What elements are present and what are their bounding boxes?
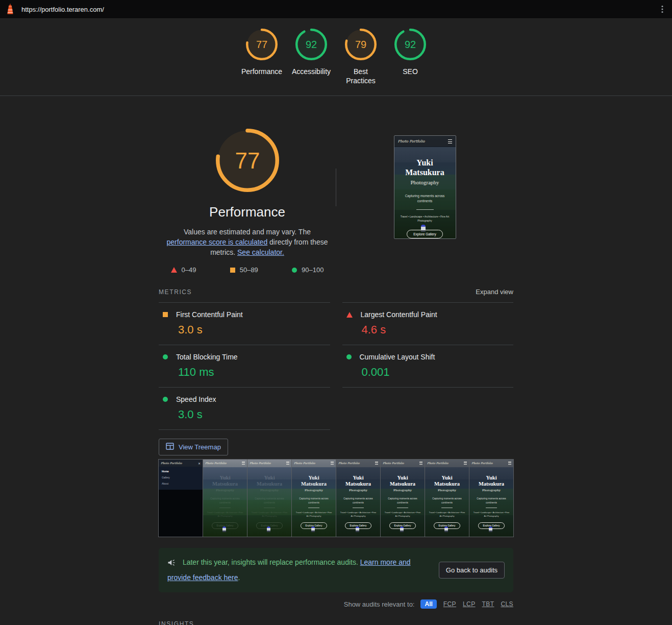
metric-value: 4.6 s (362, 323, 514, 336)
mini-nav-menu: HomeGalleryAbout (159, 467, 203, 490)
metric-label: Total Blocking Time (176, 353, 238, 361)
score-gauge: 92 (394, 29, 426, 60)
filmstrip-frame-5: Photo PortfolioYuki MatsukuraPhotography… (336, 460, 380, 537)
audit-filter-fcp[interactable]: FCP (443, 600, 456, 608)
metric-first-contentful-paint: First Contentful Paint3.0 s (159, 302, 330, 345)
legend-range: 90–100 (302, 266, 323, 274)
lighthouse-logo-icon (5, 3, 16, 16)
svg-text:77: 77 (235, 148, 260, 173)
filmstrip-frame-1: Photo Portfolio✕HomeGalleryAbout (159, 460, 203, 537)
score-calculated-link[interactable]: performance score is calculated (167, 238, 268, 246)
average-icon (230, 268, 235, 273)
category-gauge-performance[interactable]: 77Performance (237, 29, 287, 76)
mini-page-hero: Yuki MatsukuraPhotographyCapturing momen… (469, 460, 513, 537)
mini-page-divider (416, 209, 434, 210)
mini-page-tags: Travel • Landscape • Architecture • Fine… (400, 214, 451, 223)
score-description-text: Values are estimated and may vary. The (184, 228, 311, 236)
metrics-column: First Contentful Paint3.0 sTotal Blockin… (159, 302, 330, 430)
score-summary-band: 77Performance92Accessibility79Best Pract… (0, 19, 672, 96)
legend-range: 50–89 (240, 266, 258, 274)
view-treemap-button[interactable]: View Treemap (159, 439, 228, 455)
pass-icon (163, 397, 168, 402)
metric-value: 0.001 (362, 366, 514, 379)
fail-icon (171, 267, 177, 273)
metric-label: Largest Contentful Paint (361, 310, 437, 319)
loading-filmstrip: Photo Portfolio✕HomeGalleryAboutPhoto Po… (159, 460, 513, 537)
view-treemap-label: View Treemap (179, 443, 221, 451)
mini-page-cta: Explore Gallery (407, 230, 442, 238)
metrics-grid: First Contentful Paint3.0 sTotal Blockin… (159, 302, 513, 430)
legend-item-fail: 0–49 (171, 266, 196, 274)
score-range-legend: 0–4950–8990–100 (171, 266, 324, 274)
legend-range: 0–49 (182, 266, 196, 274)
filmstrip-frame-2: Photo PortfolioYuki MatsukuraPhotography… (203, 460, 247, 537)
category-gauges: 77Performance92Accessibility79Best Pract… (0, 29, 672, 85)
kebab-menu-icon[interactable] (658, 5, 667, 14)
insights-heading: INSIGHTS (159, 620, 513, 625)
score-gauge: 92 (295, 29, 327, 60)
performance-score-section: 77 Performance Values are estimated and … (159, 96, 336, 274)
audit-filter-lcp[interactable]: LCP (463, 600, 476, 608)
banner-message-suffix: . (238, 573, 240, 582)
filmstrip-frame-6: Photo PortfolioYuki MatsukuraPhotography… (381, 460, 425, 537)
score-gauge: 79 (345, 29, 377, 60)
mini-page-hero: Yuki MatsukuraPhotographyCapturing momen… (425, 460, 469, 537)
metric-total-blocking-time: Total Blocking Time110 ms (159, 345, 330, 387)
filmstrip-frame-4: Photo PortfolioYuki MatsukuraPhotography… (292, 460, 336, 537)
metric-speed-index: Speed Index3.0 s (159, 387, 330, 430)
category-gauge-accessibility[interactable]: 92Accessibility (287, 29, 336, 76)
audit-filter-label: Show audits relevant to: (344, 600, 415, 608)
metric-value: 110 ms (178, 366, 330, 379)
megaphone-icon (167, 560, 178, 568)
mini-page-header: Photo Portfolio (394, 136, 456, 147)
mini-page-hero: Yuki MatsukuraPhotographyCapturing momen… (203, 460, 247, 537)
pass-icon (346, 354, 352, 359)
mini-page-hero: Yuki MatsukuraPhotographyCapturing momen… (292, 460, 336, 537)
filmstrip-frame-3: Photo PortfolioYuki MatsukuraPhotography… (247, 460, 291, 537)
banner-message: Later this year, insights will replace p… (183, 558, 360, 566)
category-gauge-best-practices[interactable]: 79Best Practices (336, 29, 386, 85)
performance-report: 77 Performance Values are estimated and … (159, 96, 513, 625)
performance-section-title: Performance (159, 204, 336, 220)
insights-announcement-banner: Later this year, insights will replace p… (159, 548, 513, 592)
category-label: Accessibility (292, 67, 331, 76)
mini-page-brand: Photo Portfolio (398, 139, 425, 143)
mini-page-hero: Yuki MatsukuraPhotographyCapturing momen… (381, 460, 425, 537)
category-label: Performance (241, 67, 282, 76)
legend-item-pass: 90–100 (292, 266, 323, 274)
mini-page-hero: Yuki MatsukuraPhotographyCapturing momen… (336, 460, 380, 537)
report-topbar: https://portfolio.teraren.com/ (0, 0, 672, 19)
category-gauge-seo[interactable]: 92SEO (386, 29, 435, 76)
average-icon (163, 312, 168, 317)
metric-largest-contentful-paint: Largest Contentful Paint4.6 s (342, 302, 514, 345)
metric-value: 3.0 s (178, 323, 330, 336)
mini-page-title: Yuki Matsukura (405, 158, 445, 177)
metric-label: Speed Index (176, 395, 216, 403)
metric-value: 3.0 s (178, 408, 330, 421)
score-gauge: 77 (216, 129, 279, 192)
svg-text:92: 92 (306, 39, 317, 50)
svg-text:77: 77 (256, 39, 267, 50)
pass-icon (163, 354, 168, 359)
expand-view-button[interactable]: Expand view (476, 288, 513, 296)
see-calculator-link[interactable]: See calculator. (237, 248, 284, 256)
mini-page-hero: Yuki Matsukura Photography Capturing mom… (394, 136, 456, 238)
audit-filter-cls[interactable]: CLS (501, 600, 513, 608)
metric-label: Cumulative Layout Shift (360, 353, 435, 361)
audit-filter-options: AllFCPLCPTBTCLS (420, 599, 513, 609)
category-label: SEO (403, 67, 418, 76)
category-label: Best Practices (339, 67, 383, 85)
metrics-column: Largest Contentful Paint4.6 sCumulative … (342, 302, 514, 430)
audit-relevance-filter: Show audits relevant to: AllFCPLCPTBTCLS (159, 599, 513, 609)
score-gauge: 77 (246, 29, 278, 60)
audit-filter-tbt[interactable]: TBT (482, 600, 494, 608)
audit-filter-all[interactable]: All (420, 599, 436, 609)
treemap-icon (166, 443, 174, 451)
mini-page-subtitle: Photography (410, 179, 439, 185)
mini-page-hero: Yuki MatsukuraPhotographyCapturing momen… (247, 460, 291, 537)
score-description: Values are estimated and may vary. The p… (165, 227, 330, 257)
filmstrip-frame-7: Photo PortfolioYuki MatsukuraPhotography… (425, 460, 469, 537)
go-back-to-audits-button[interactable]: Go back to audits (439, 562, 505, 579)
audited-url-link[interactable]: https://portfolio.teraren.com/ (21, 6, 658, 13)
final-screenshot-thumbnail: Photo Portfolio Yuki Matsukura Photograp… (394, 135, 456, 239)
